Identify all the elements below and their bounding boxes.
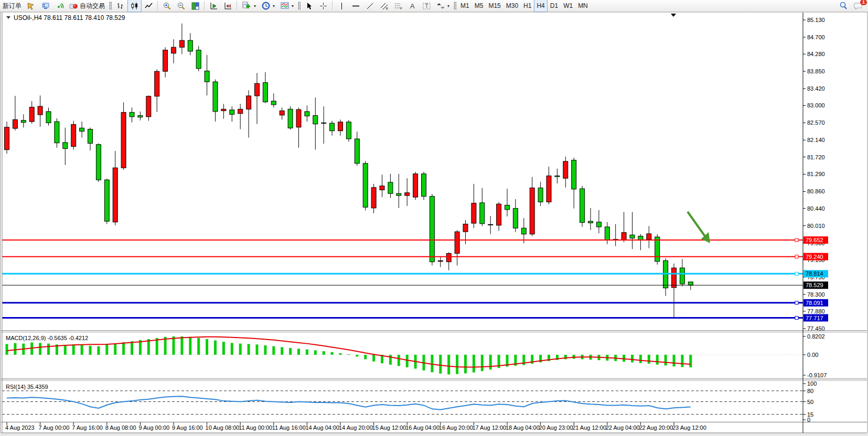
crosshair-button[interactable] — [316, 0, 330, 12]
candle-bear — [188, 40, 192, 51]
candle-bull — [380, 186, 384, 190]
macd-histogram-bar — [89, 346, 92, 355]
bar-chart-button[interactable] — [113, 0, 127, 12]
candle-bull — [38, 106, 42, 115]
candlestick-chart-button[interactable] — [127, 0, 142, 12]
autotrading-button[interactable]: 自动交易 — [67, 0, 108, 12]
price-tick-label: 81.720 — [807, 154, 825, 160]
candle-bear — [305, 112, 309, 116]
time-tick-label: 4 Aug 2023 — [5, 424, 35, 431]
macd-histogram-bar — [47, 344, 50, 355]
periods-button[interactable]: ▾ — [259, 0, 277, 12]
indicators-button[interactable]: ▾ — [239, 0, 259, 12]
main-toolbar: 新订单自动交易▾▾▾EFAT▾M1M5M15M30H1H4D1W1MN1 — [0, 0, 868, 12]
macd-histogram-bar — [631, 355, 634, 363]
macd-histogram-bar — [347, 354, 350, 355]
candle-bear — [480, 203, 485, 224]
channel-button[interactable]: E — [377, 0, 391, 12]
metaeditor-button[interactable] — [24, 0, 38, 12]
tile-windows-button[interactable] — [188, 0, 202, 12]
tf-w1-button[interactable]: W1 — [561, 0, 575, 12]
macd-histogram-bar — [222, 342, 225, 355]
candle-bull — [280, 111, 284, 115]
price-tick-label: 82.570 — [807, 119, 825, 126]
dropdown-arrow-icon[interactable]: ▾ — [447, 4, 449, 8]
time-tick-label: 9 Aug 16:00 — [172, 424, 203, 431]
hline-anchor-marker[interactable] — [795, 301, 798, 304]
dropdown-arrow-icon[interactable]: ▾ — [254, 4, 256, 8]
zoom-out-button[interactable] — [174, 0, 188, 12]
cursor-button[interactable] — [302, 0, 316, 12]
line-chart-button[interactable] — [142, 0, 156, 12]
terminal-button[interactable] — [38, 0, 52, 12]
macd-histogram-bar — [6, 344, 8, 355]
price-tick-label: 84.280 — [807, 51, 825, 57]
toolbar-grip — [298, 2, 301, 10]
tf-m5-button[interactable]: M5 — [472, 0, 486, 12]
tf-m30-button[interactable]: M30 — [503, 0, 521, 12]
zoom-out-icon — [177, 2, 186, 10]
tf-m15-button[interactable]: M15 — [486, 0, 503, 12]
shapes-icon — [436, 2, 445, 10]
macd-histogram-bar — [389, 355, 392, 365]
arrows-button[interactable]: ▾ — [434, 0, 452, 12]
fibo-icon: F — [394, 2, 403, 10]
horizontal-line-button[interactable] — [349, 0, 363, 12]
dropdown-arrow-icon[interactable]: ▾ — [273, 4, 275, 8]
price-tick-label: 81.290 — [807, 171, 825, 177]
hline-anchor-marker[interactable] — [795, 272, 798, 275]
new-order-button[interactable]: 新订单 — [0, 0, 24, 12]
vline-icon — [337, 2, 346, 10]
candle-bear — [655, 237, 660, 261]
fibonacci-button[interactable]: F — [391, 0, 405, 12]
time-tick-label: 18 Aug 04:00 — [506, 424, 540, 431]
objects-group: ▾▾▾ — [239, 0, 296, 12]
hline-anchor-marker[interactable] — [795, 238, 798, 242]
tf-h1-button[interactable]: H1 — [521, 0, 534, 12]
zoom-in-button[interactable] — [160, 0, 174, 12]
chart-shift-button[interactable] — [221, 0, 235, 12]
hline-anchor-marker[interactable] — [795, 317, 798, 320]
text-button[interactable]: A — [405, 0, 420, 12]
auto-scroll-button[interactable] — [207, 0, 221, 12]
vertical-line-button[interactable] — [335, 0, 349, 12]
hline-price-label-text: 78.814 — [806, 270, 823, 277]
macd-histogram-bar — [64, 345, 67, 355]
candle-bull — [488, 224, 493, 225]
candle-bull — [455, 232, 459, 253]
trade-group: 新订单自动交易 — [0, 0, 108, 12]
macd-histogram-bar — [339, 353, 342, 355]
gold-pointer-icon — [27, 2, 36, 10]
candle-bear — [213, 82, 218, 112]
candle-bull — [121, 112, 126, 168]
svg-text:F: F — [400, 7, 402, 10]
time-tick-label: 7 Aug 16:00 — [72, 424, 103, 431]
price-tick-label: 82.140 — [807, 137, 825, 143]
candle-bull — [463, 224, 468, 232]
candle-bear — [596, 222, 601, 227]
template-icon — [280, 1, 290, 10]
tf-d1-button[interactable]: D1 — [548, 0, 561, 12]
notifications-button[interactable]: 1 — [851, 0, 866, 12]
macd-histogram-bar — [639, 355, 642, 363]
candle-bear — [538, 188, 543, 202]
dropdown-arrow-icon[interactable]: ▾ — [292, 4, 294, 8]
macd-histogram-bar — [81, 345, 83, 355]
tf-m1-button[interactable]: M1 — [458, 0, 472, 12]
hline-icon — [351, 2, 360, 10]
svg-text:A: A — [410, 2, 415, 10]
tf-h4-button[interactable]: H4 — [534, 0, 547, 12]
tf-mn-button[interactable]: MN — [575, 0, 591, 12]
candle-bull — [5, 127, 9, 150]
candle-bear — [346, 122, 351, 139]
hline-anchor-marker[interactable] — [795, 255, 798, 258]
trendline-button[interactable] — [363, 0, 377, 12]
templates-button[interactable]: ▾ — [277, 0, 296, 12]
time-tick-label: 14 Aug 20:00 — [339, 424, 373, 431]
macd-histogram-bar — [681, 355, 683, 367]
search-button[interactable] — [836, 0, 851, 12]
macd-histogram-bar — [114, 344, 116, 355]
signals-button[interactable] — [52, 0, 67, 12]
chart-window[interactable]: USOil-,H4 78.611 78.611 78.410 78.529MAC… — [0, 12, 868, 436]
text-label-button[interactable]: T — [420, 0, 434, 12]
